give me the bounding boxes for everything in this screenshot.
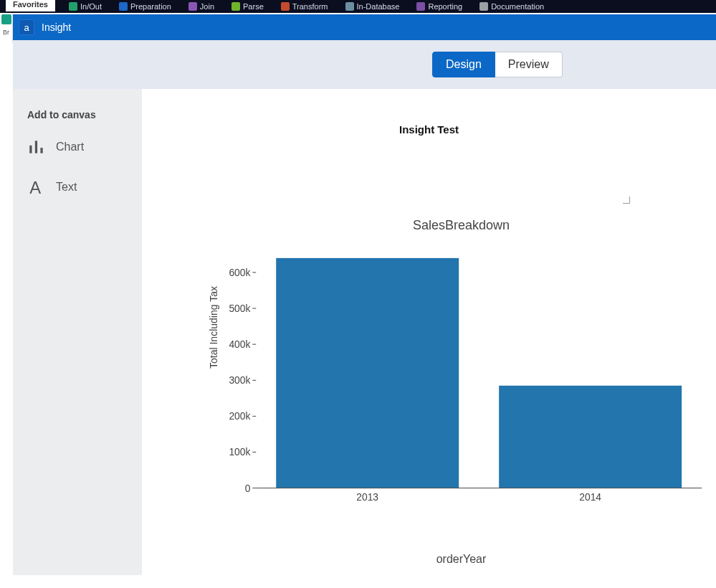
main-area: Add to canvas Chart A Text Insight Test … — [13, 89, 716, 575]
svg-text:0: 0 — [245, 483, 251, 494]
sliver-label: Br — [3, 29, 9, 36]
view-toggle: Design Preview — [432, 52, 563, 77]
design-tab[interactable]: Design — [432, 52, 495, 77]
add-text-item[interactable]: A Text — [27, 178, 128, 196]
ribbon-item-reporting[interactable]: Reporting — [412, 1, 467, 12]
insight-header: a Insight — [13, 14, 716, 40]
svg-text:500k: 500k — [229, 303, 250, 314]
chart-ylabel: Total Including Tax — [208, 286, 219, 369]
app-ribbon: Favorites In/Out Preparation Join Parse … — [0, 0, 716, 13]
bar-chart-icon — [27, 138, 46, 156]
favorites-tab[interactable]: Favorites — [6, 0, 55, 11]
ribbon-item-preparation[interactable]: Preparation — [115, 1, 176, 12]
svg-rect-2 — [40, 148, 42, 153]
svg-text:100k: 100k — [229, 446, 250, 457]
insight-icon: a — [19, 19, 34, 35]
svg-text:200k: 200k — [229, 410, 250, 422]
ribbon-item-indatabase[interactable]: In-Database — [341, 1, 404, 12]
svg-text:A: A — [29, 178, 41, 196]
ribbon-item-parse[interactable]: Parse — [227, 1, 268, 12]
svg-text:2013: 2013 — [356, 491, 378, 503]
tool-icon[interactable] — [1, 14, 11, 24]
svg-rect-0 — [29, 146, 32, 153]
svg-text:300k: 300k — [229, 374, 250, 386]
ribbon-item-documentation[interactable]: Documentation — [475, 1, 548, 12]
svg-text:400k: 400k — [229, 338, 250, 350]
chart-svg: 0100k200k300k400k500k600k20132014 — [214, 247, 709, 534]
ribbon-item-join[interactable]: Join — [184, 1, 219, 12]
svg-text:2014: 2014 — [579, 491, 601, 503]
chart-bar[interactable] — [499, 386, 682, 488]
canvas-area[interactable]: Insight Test SalesBreakdown Total Includ… — [142, 89, 716, 575]
add-text-label: Text — [56, 181, 77, 194]
preview-tab[interactable]: Preview — [495, 52, 563, 77]
chart-container[interactable]: SalesBreakdown Total Including Tax 0100k… — [214, 218, 709, 568]
insight-title: Insight — [42, 22, 71, 33]
text-icon: A — [27, 178, 46, 196]
view-toggle-row: Design Preview — [13, 40, 716, 89]
add-chart-item[interactable]: Chart — [27, 138, 128, 156]
add-to-canvas-panel: Add to canvas Chart A Text — [13, 89, 142, 575]
ribbon-items: In/Out Preparation Join Parse Transform … — [65, 1, 548, 12]
selection-corner-icon — [623, 196, 630, 204]
svg-rect-1 — [35, 141, 37, 153]
canvas-title: Insight Test — [142, 123, 716, 136]
chart-bar[interactable] — [276, 258, 459, 488]
panel-heading: Add to canvas — [27, 109, 128, 120]
add-chart-label: Chart — [56, 141, 84, 153]
chart-title: SalesBreakdown — [214, 218, 709, 233]
svg-text:600k: 600k — [229, 267, 250, 278]
ribbon-item-inout[interactable]: In/Out — [65, 1, 106, 12]
left-tool-sliver: Br — [0, 13, 13, 43]
chart-xlabel: orderYear — [214, 553, 709, 566]
ribbon-item-transform[interactable]: Transform — [277, 1, 333, 12]
